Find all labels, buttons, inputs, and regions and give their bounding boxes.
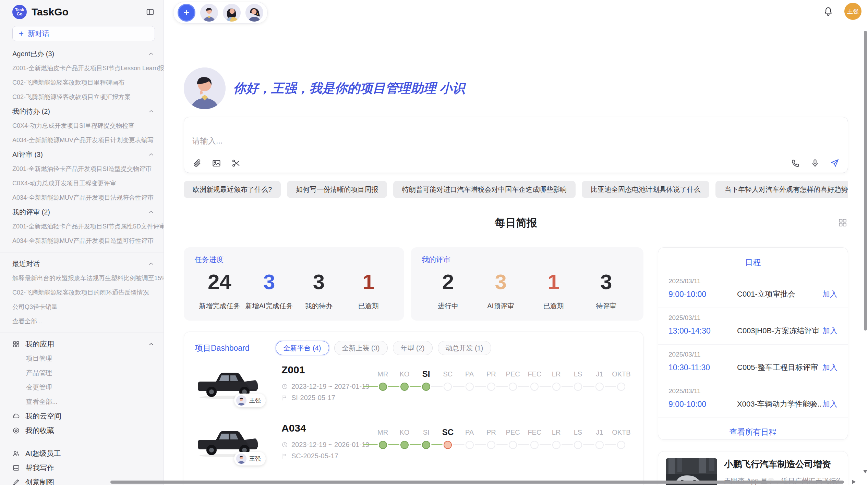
chevron-up-icon[interactable] xyxy=(148,50,155,57)
milestone-dot xyxy=(400,441,409,449)
agent-avatar-2[interactable] xyxy=(223,4,241,22)
milestone-label: PEC xyxy=(506,368,520,380)
chevron-up-icon[interactable] xyxy=(148,108,155,115)
view-all-schedule-link[interactable]: 查看所有日程 xyxy=(658,418,848,440)
news-card[interactable]: 小鹏飞行汽车制造公司增资 天眼查 App 显示，近日广州汇天飞行汽... xyxy=(658,451,848,485)
section-header-my-review[interactable]: 我的评审 (2) xyxy=(0,205,164,219)
microphone-icon[interactable] xyxy=(810,159,820,168)
sidebar-item-help-write[interactable]: 帮我写作 xyxy=(0,461,164,475)
chevron-up-icon[interactable] xyxy=(148,341,155,348)
suggestion-chip[interactable]: 欧洲新规最近颁布了什么? xyxy=(184,181,281,198)
sidebar-item-my-apps[interactable]: 我的应用 xyxy=(0,337,164,351)
add-agent-button[interactable]: + xyxy=(178,4,195,22)
sidebar-divider xyxy=(0,333,164,333)
join-link[interactable]: 加入 xyxy=(822,289,837,299)
suggestion-chip[interactable]: 特朗普可能对进口汽车增税会对中国车企造成哪些影响 xyxy=(393,181,576,198)
section-header-agent-done[interactable]: Agent已办 (3) xyxy=(0,47,164,61)
chevron-up-icon[interactable] xyxy=(148,209,155,215)
milestone-dot xyxy=(379,383,387,391)
milestone-label: SI xyxy=(422,368,430,380)
sidebar-task-item[interactable]: A034-全新新能源MUV产品开发项目造型可行性评审 xyxy=(0,234,164,248)
join-link[interactable]: 加入 xyxy=(822,399,837,409)
section-my-review-items: Z001-全新燃油轻卡产品开发项目SI节点属性5D文件评审A034-全新新能源M… xyxy=(0,219,164,248)
project-code: Z001 xyxy=(281,364,366,376)
project-row-z001[interactable]: 王强 Z001 2023-12-19 ~ 2027-01-19 xyxy=(195,364,632,403)
input-attach-group xyxy=(192,159,241,168)
sidebar-item-cloud-space[interactable]: 我的云空间 xyxy=(0,409,164,423)
project-date-range: 2023-12-19 ~ 2026-01-19 xyxy=(281,441,366,449)
section-agent-done-items: Z001-全新燃油皮卡产品开发项目SI节点Lesson Learn报告C02-飞… xyxy=(0,61,164,104)
milestone-label: OKTB xyxy=(612,368,630,380)
chevron-up-icon[interactable] xyxy=(148,260,155,267)
project-row-a034[interactable]: 王强 A034 2023-12-19 ~ 2026-01-19 xyxy=(195,422,632,461)
sidebar-task-item[interactable]: Z001-全新燃油皮卡产品开发项目SI节点Lesson Learn报告 xyxy=(0,61,164,75)
sidebar-item-favorites[interactable]: 我的收藏 xyxy=(0,423,164,438)
sidebar-task-item[interactable]: A034-全新新能源MUV产品开发项目计划变更表编写 xyxy=(0,133,164,147)
milestone[interactable]: OKTB xyxy=(611,422,632,449)
recent-chat-item[interactable]: 公司Q3轻卡销量 xyxy=(0,300,164,314)
filter-chip[interactable]: 年型 (2) xyxy=(393,341,433,355)
sidebar-task-item[interactable]: Z001-全新燃油轻卡产品开发项目SI造型提交物评审 xyxy=(0,162,164,176)
agent-avatar-1[interactable] xyxy=(200,4,218,22)
sidebar-task-item[interactable]: A034-全新新能源MUV产品开发项目法规符合性评审 xyxy=(0,190,164,205)
milestone-label: OKTB xyxy=(612,426,630,438)
main-content: 你好，王强，我是你的项目管理助理 小识 xyxy=(164,67,868,485)
recent-chat-item[interactable]: C02-飞腾新能源轻客改款项目的闭环通告反馈情况 xyxy=(0,285,164,300)
section-header-recent-chats[interactable]: 最近对话 xyxy=(0,257,164,271)
section-title: AI评审 (3) xyxy=(12,150,43,159)
join-link[interactable]: 加入 xyxy=(822,362,837,373)
project-image: 王强 xyxy=(195,422,260,461)
scissors-icon[interactable] xyxy=(231,159,241,168)
milestone[interactable]: OKTB xyxy=(611,364,632,391)
sidebar-task-item[interactable]: C0X4-动力总成开发项目SI里程碑提交物检查 xyxy=(0,119,164,133)
app-item[interactable]: 变更管理 xyxy=(0,380,164,395)
app-item[interactable]: 产品管理 xyxy=(0,366,164,380)
app-item[interactable]: 查看全部... xyxy=(0,395,164,409)
scroll-right-arrow[interactable] xyxy=(852,480,856,484)
paperclip-icon[interactable] xyxy=(192,159,202,168)
milestone-label: PA xyxy=(465,368,474,380)
suggestion-chip[interactable]: 比亚迪全固态电池计划具体说了什么 xyxy=(582,181,709,198)
recent-chat-item[interactable]: 解释最新出台的欧盟报废车法规再生塑料比例被调至15%... xyxy=(0,271,164,285)
recent-chat-item[interactable]: 查看全部... xyxy=(0,314,164,328)
vertical-scrollbar-thumb[interactable] xyxy=(864,31,867,331)
horizontal-scrollbar-thumb[interactable] xyxy=(110,481,844,484)
join-link[interactable]: 加入 xyxy=(822,326,837,336)
sidebar-task-item[interactable]: C0X4-动力总成开发项目工程变更评审 xyxy=(0,176,164,190)
filter-chip[interactable]: 动总开发 (1) xyxy=(438,341,491,355)
project-dashboard-card: 项目Dashboard 全新平台 (4)全新上装 (3)年型 (2)动总开发 (… xyxy=(184,332,643,485)
section-header-my-todo[interactable]: 我的待办 (2) xyxy=(0,104,164,119)
filter-chip[interactable]: 全新平台 (4) xyxy=(276,341,329,355)
filter-chip[interactable]: 全新上装 (3) xyxy=(334,341,388,355)
app-window: Task Go TaskGo + 新对话 Agent已办 (3) Z001-全新… xyxy=(0,0,868,485)
agent-avatar-3[interactable] xyxy=(245,4,263,22)
chat-input[interactable] xyxy=(192,123,840,158)
app-item[interactable]: 项目管理 xyxy=(0,351,164,366)
sidebar-task-item[interactable]: C02-飞腾新能源轻客改款项目里程碑画布 xyxy=(0,75,164,90)
suggestion-chip[interactable]: 当下年轻人对汽车外观有怎样的喜好趋势 xyxy=(715,181,848,198)
suggestion-chip[interactable]: 如何写一份清晰的项目周报 xyxy=(287,181,387,198)
collapse-sidebar-icon[interactable] xyxy=(146,8,155,16)
user-avatar[interactable]: 王强 xyxy=(844,3,861,20)
input-toolbar xyxy=(192,158,840,168)
topbar: + 王强 xyxy=(164,0,868,25)
flag-icon xyxy=(281,395,288,401)
new-chat-button[interactable]: + 新对话 xyxy=(12,26,155,41)
send-icon[interactable] xyxy=(830,158,840,168)
milestone-dot xyxy=(509,383,517,391)
sidebar-item-ai-employee[interactable]: AI超级员工 xyxy=(0,446,164,461)
layout-grid-icon[interactable] xyxy=(838,218,847,227)
notifications-bell-icon[interactable] xyxy=(823,6,833,16)
sidebar-task-item[interactable]: C02-飞腾新能源轻客改款项目立项汇报方案 xyxy=(0,90,164,104)
chevron-up-icon[interactable] xyxy=(148,151,155,158)
project-date-range: 2023-12-19 ~ 2027-01-19 xyxy=(281,383,366,390)
schedule-event-title: C003|H0B-方案冻结评审 xyxy=(737,326,822,336)
agent-crew-pill: + xyxy=(173,2,268,24)
phone-icon[interactable] xyxy=(791,159,800,168)
section-title: 我的待办 (2) xyxy=(12,107,50,116)
section-header-ai-review[interactable]: AI评审 (3) xyxy=(0,147,164,162)
image-icon[interactable] xyxy=(212,159,221,168)
sidebar-task-item[interactable]: Z001-全新燃油轻卡产品开发项目SI节点属性5D文件评审 xyxy=(0,219,164,234)
schedule-date: 2025/03/11 xyxy=(668,277,837,285)
scroll-down-arrow[interactable] xyxy=(863,470,867,473)
